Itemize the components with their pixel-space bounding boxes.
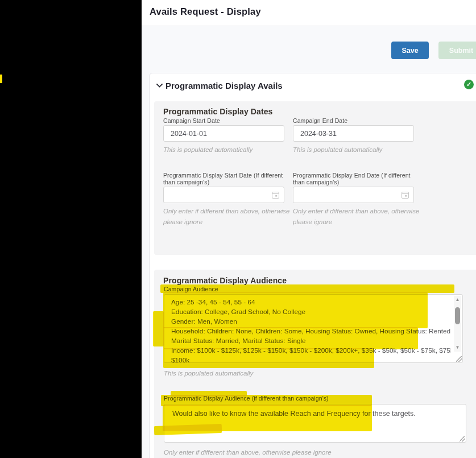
dates-panel-title: Programmatic Display Dates	[163, 107, 272, 116]
audience-panel: Programmatic Display Audience Campaign A…	[154, 270, 476, 458]
campaign-start-date-label: Campaign Start Date	[163, 117, 220, 124]
scrollbar-down-icon[interactable]: ▼	[454, 345, 461, 350]
save-button[interactable]: Save	[391, 42, 429, 59]
prog-start-date-input[interactable]	[163, 187, 284, 203]
prog-start-helper: Only enter if different than above, othe…	[163, 206, 300, 228]
audience-line: $100k	[171, 356, 451, 365]
campaign-audience-label: Campaign Audience	[164, 286, 218, 292]
left-black-pane	[0, 0, 142, 458]
scrollbar-thumb[interactable]	[455, 307, 460, 324]
display-audience-helper: Only enter if different than above, othe…	[164, 447, 332, 458]
campaign-audience-helper: This is populated automatically	[164, 368, 253, 379]
textarea-scrollbar[interactable]: ▲ ▼	[454, 296, 461, 352]
display-audience-textarea[interactable]: Would also like to know the available Re…	[164, 404, 466, 443]
audience-panel-title: Programmatic Display Audience	[163, 276, 287, 285]
display-audience-label: Programmatic Display Audience (if differ…	[164, 395, 329, 402]
page-title: Avails Request - Display	[150, 6, 261, 17]
campaign-audience-textarea[interactable]: Age: 25 -34, 45 - 54, 55 - 64 Education:…	[164, 294, 463, 363]
avails-request-page: Avails Request - Display Save Submit Pro…	[0, 0, 476, 458]
section-title: Programmatic Display Avails	[165, 81, 283, 90]
audience-line: Gender: Men, Women	[171, 317, 451, 327]
campaign-start-date-input[interactable]	[163, 125, 284, 142]
campaign-start-helper: This is populated automatically	[163, 145, 253, 155]
prog-end-date-label: Programmatic Display End Date (If differ…	[293, 172, 419, 185]
campaign-end-helper: This is populated automatically	[293, 145, 382, 155]
top-bar: Avails Request - Display	[142, 0, 476, 26]
programmatic-display-avails-card: Programmatic Display Avails ✓ Programmat…	[149, 73, 476, 458]
prog-start-date-label: Programmatic Display Start Date (If diff…	[163, 172, 289, 185]
scrollbar-up-icon[interactable]: ▲	[454, 297, 461, 303]
yellow-tick-mark	[0, 75, 2, 83]
prog-end-date-input[interactable]	[293, 187, 414, 203]
display-audience-text: Would also like to know the available Re…	[172, 410, 416, 418]
submit-button[interactable]: Submit	[438, 42, 476, 59]
dates-panel: Programmatic Display Dates Campaign Star…	[154, 101, 476, 255]
campaign-end-date-input[interactable]	[293, 125, 414, 142]
audience-line: Marital Status: Married, Marital Status:…	[171, 336, 451, 346]
resize-grip-icon[interactable]	[460, 436, 465, 442]
audience-line: Household: Children: None, Children: Som…	[171, 327, 451, 336]
campaign-end-date-label: Campaign End Date	[293, 117, 347, 124]
chevron-down-icon[interactable]	[156, 83, 163, 88]
resize-grip-icon[interactable]	[456, 356, 462, 362]
audience-line: Income: $100k - $125k, $125k - $150k, $1…	[171, 346, 451, 356]
audience-line: Education: College, Grad School, No Coll…	[171, 307, 451, 317]
audience-line: Age: 25 -34, 45 - 54, 55 - 64	[171, 298, 451, 307]
check-circle-icon: ✓	[464, 80, 474, 89]
prog-end-helper: Only enter if different than above, othe…	[293, 206, 429, 228]
